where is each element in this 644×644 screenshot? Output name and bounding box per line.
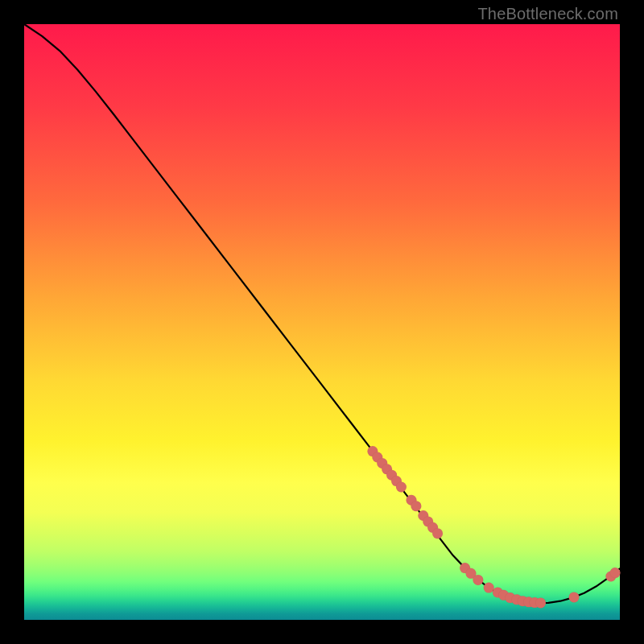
marker-layer — [367, 446, 620, 608]
chart-overlay-svg — [24, 24, 620, 620]
data-point-marker — [569, 592, 580, 602]
bottleneck-curve — [24, 24, 620, 603]
data-point-marker — [432, 528, 443, 539]
data-point-marker — [396, 481, 407, 492]
data-point-marker — [535, 597, 546, 608]
data-point-marker — [473, 575, 483, 585]
data-point-marker — [610, 568, 621, 578]
watermark-text: TheBottleneck.com — [477, 5, 618, 23]
data-point-marker — [411, 501, 421, 511]
chart-stage: TheBottleneck.com — [0, 0, 644, 644]
plot-area — [24, 24, 620, 620]
